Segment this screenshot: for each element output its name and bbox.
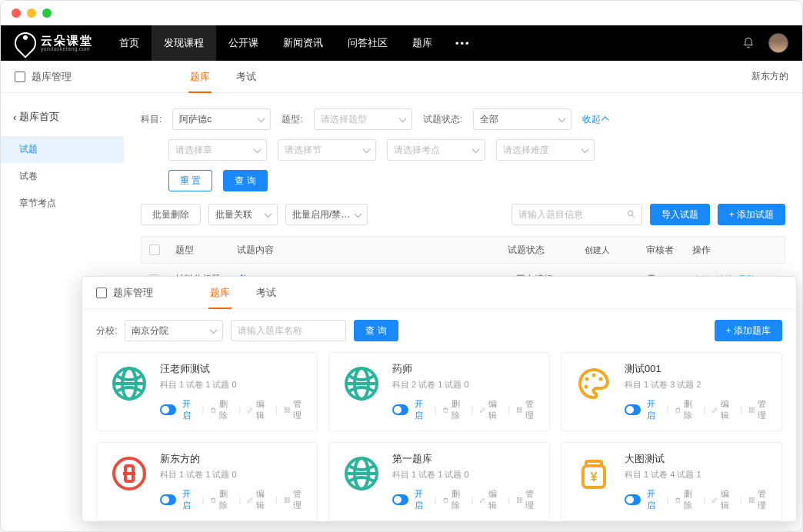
nav-more[interactable]: ••• [445,25,481,61]
add-question-button[interactable]: + 添加试题 [718,204,785,225]
card-delete[interactable]: 删除 [675,488,697,511]
sidebar-item-question[interactable]: 试题 [1,136,124,163]
svg-rect-42 [520,500,521,502]
card-manage[interactable]: 管理 [516,488,538,511]
nav-home[interactable]: 首页 [107,25,152,61]
doc-icon [96,288,107,298]
sidebar-back[interactable]: ‹ 题库首页 [1,104,124,130]
close-dot[interactable] [12,8,21,18]
search-input[interactable]: 请输入题目信息 [511,204,642,225]
card-meta: 科目 1 试卷 1 试题 0 [160,379,306,391]
card-edit[interactable]: 编辑 [479,488,501,511]
svg-rect-24 [752,407,754,409]
nav-open[interactable]: 公开课 [216,25,271,61]
th-creator: 创建人 [585,245,646,254]
svg-rect-9 [288,411,289,412]
card-title: 测试001 [625,362,771,376]
import-button[interactable]: 导入试题 [650,204,710,225]
difficulty-select[interactable]: 请选择难度 [496,139,595,161]
query-button[interactable]: 查 询 [223,170,267,191]
sidebar-item-chapter[interactable]: 章节考点 [1,190,124,217]
card-edit[interactable]: 编辑 [711,398,734,421]
nav-news[interactable]: 新闻资讯 [271,25,335,61]
card-manage[interactable]: 管理 [516,398,538,421]
svg-rect-22 [677,408,680,412]
toggle-switch[interactable] [160,494,176,505]
point-select[interactable]: 请选择考点 [387,139,485,161]
svg-point-0 [628,211,633,216]
overlay-tab-exam[interactable]: 考试 [245,277,287,309]
card-title: 第一题库 [392,452,538,466]
svg-point-21 [585,385,588,389]
toggle-switch[interactable] [160,404,176,415]
toggle-switch[interactable] [625,404,641,415]
branch-label: 分校: [96,324,117,337]
th-content: 试题内容 [237,244,508,257]
tab-bank[interactable]: 题库 [179,61,221,93]
type-select[interactable]: 请选择题型 [314,108,412,130]
toggle-switch[interactable] [392,494,408,505]
card-icon [340,362,383,405]
toggle-label: 开启 [415,398,428,421]
svg-rect-6 [285,407,286,409]
nav-community[interactable]: 问答社区 [335,25,400,61]
subject-select[interactable]: 阿萨德c [172,108,271,130]
batch-enable-select[interactable]: 批量启用/禁… [285,204,368,225]
svg-rect-33 [285,500,286,502]
section-select[interactable]: 请选择节 [278,139,376,161]
card-edit[interactable]: 编辑 [711,488,734,511]
overlay-tab-bank[interactable]: 题库 [199,277,241,309]
overlay-query-button[interactable]: 查 询 [354,320,398,341]
logo[interactable]: 云朵课堂 yunduoketang.com [15,32,93,54]
tab-exam[interactable]: 考试 [225,61,267,93]
card-manage[interactable]: 管理 [284,488,306,511]
card-edit[interactable]: 编辑 [247,488,269,511]
bank-card: 测试001 科目 1 试卷 3 试题 2 开启 | 删除 | 编辑 | 管理 [561,352,782,431]
branch-select[interactable]: 南京分院 [125,320,223,341]
bank-card: 汪老师测试 科目 1 试卷 1 试题 0 开启 | 删除 | 编辑 | 管理 [96,352,318,431]
status-label: 试题状态: [423,113,462,126]
card-icon [108,452,151,495]
max-dot[interactable] [42,8,52,18]
card-delete[interactable]: 删除 [210,398,232,421]
svg-rect-39 [517,497,518,499]
bell-icon[interactable] [742,37,755,49]
card-edit[interactable]: 编辑 [479,398,501,421]
svg-rect-41 [517,500,518,502]
toggle-switch[interactable] [392,404,408,415]
card-edit[interactable]: 编辑 [247,398,269,421]
card-delete[interactable]: 删除 [442,398,465,421]
nav-discover[interactable]: 发现课程 [152,25,216,61]
add-bank-button[interactable]: + 添加题库 [715,320,782,341]
chapter-select[interactable]: 请选择章 [168,139,267,161]
svg-rect-48 [752,497,754,499]
card-manage[interactable]: 管理 [748,488,771,511]
card-delete[interactable]: 删除 [442,488,465,511]
subject-label: 科目: [141,113,162,126]
status-select[interactable]: 全部 [473,108,571,130]
toggle-switch[interactable] [625,494,641,505]
card-meta: 科目 1 试卷 1 试题 0 [392,469,538,480]
batch-relate-select[interactable]: 批量关联 [208,204,278,225]
min-dot[interactable] [27,8,36,18]
nav-bank[interactable]: 题库 [400,25,445,61]
header-checkbox[interactable] [149,244,160,255]
window-titlebar [1,1,802,25]
collapse-link[interactable]: 收起 [582,113,608,126]
card-manage[interactable]: 管理 [284,398,306,421]
bank-card: 新东方的 科目 1 试卷 1 试题 0 开启 | 删除 | 编辑 | 管理 [96,442,318,521]
reset-button[interactable]: 重 置 [168,170,212,191]
avatar[interactable] [768,33,788,53]
card-meta: 科目 2 试卷 1 试题 0 [392,379,538,391]
type-label: 题型: [282,113,302,126]
batch-delete-button[interactable]: 批量删除 [141,204,201,225]
svg-rect-8 [285,411,286,412]
card-manage[interactable]: 管理 [748,398,771,421]
bank-name-input[interactable]: 请输入题库名称 [231,320,346,341]
sidebar-item-paper[interactable]: 试卷 [1,163,124,190]
card-icon [572,362,615,405]
card-delete[interactable]: 删除 [210,488,232,511]
svg-point-19 [592,374,596,377]
card-delete[interactable]: 删除 [675,398,697,421]
svg-rect-38 [445,498,448,502]
